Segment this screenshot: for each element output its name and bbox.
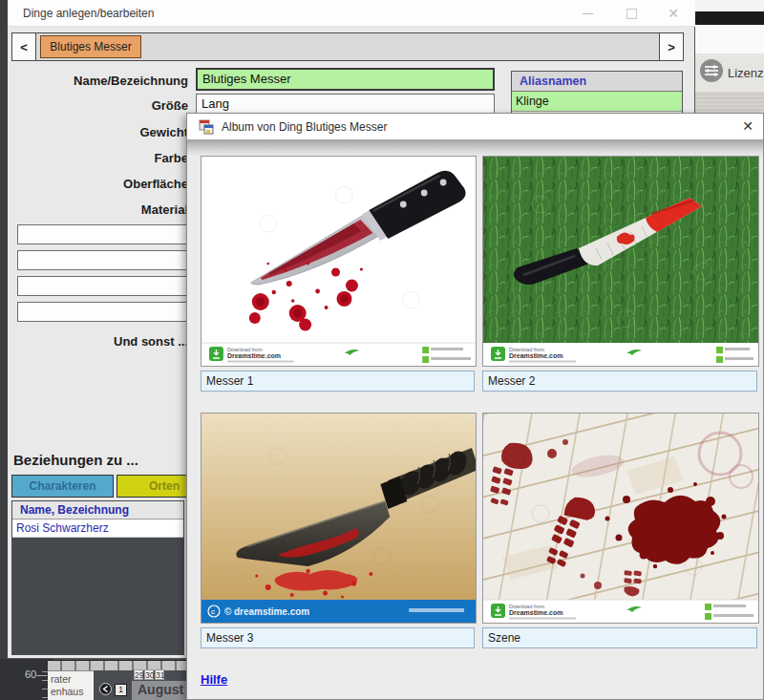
screen: Lizenz 60— rater enhaus 1 29 30 31 Augus… xyxy=(0,0,764,700)
close-button[interactable]: ✕ xyxy=(661,4,686,23)
photo-messer-3[interactable]: c © dreamstime.com xyxy=(201,413,477,624)
timeline-day[interactable]: 30 xyxy=(144,669,154,680)
alias-table: Aliasnamen Klinge xyxy=(511,71,683,116)
caption-messer-2[interactable]: Messer 2 xyxy=(482,371,757,392)
svg-text:c: c xyxy=(211,607,215,616)
minimize-icon xyxy=(583,13,593,14)
bg-strip xyxy=(695,0,764,11)
relations-heading: Beziehungen zu ... xyxy=(13,452,138,468)
timeline-item[interactable]: enhaus xyxy=(51,686,94,698)
timeline-day[interactable]: 31 xyxy=(155,669,164,680)
minimize-button[interactable] xyxy=(575,4,600,23)
timeline-day[interactable]: 29 xyxy=(134,669,143,680)
field-label-material: Material xyxy=(7,202,188,217)
timeline-page-badge[interactable]: 1 xyxy=(115,684,127,696)
record-navbar: < Blutiges Messer > xyxy=(11,32,684,61)
bg-strip xyxy=(695,25,764,53)
timeline-nav: 1 xyxy=(94,680,132,700)
maximize-button[interactable] xyxy=(619,4,644,23)
album-toolbar-gradient xyxy=(187,139,763,157)
photo-messer-1[interactable]: Download from Dreamstime.com xyxy=(201,156,477,367)
album-close-button[interactable]: ✕ xyxy=(737,117,758,136)
timeline-item[interactable]: rater xyxy=(51,673,94,686)
field-label-oberflaeche: Oberfläche xyxy=(7,177,188,191)
alias-row[interactable]: Klinge xyxy=(512,92,682,112)
wm-text: © dreamstime.com xyxy=(224,606,309,617)
hilfe-link[interactable]: Hilfe xyxy=(201,672,227,687)
current-record-button[interactable]: Blutiges Messer xyxy=(40,35,141,58)
field-label-name: Name/Bezeichnung xyxy=(7,74,188,88)
field-label-farbe: Farbe xyxy=(7,151,188,165)
caption-szene[interactable]: Szene xyxy=(482,627,757,648)
relations-table: Name, Bezeichnung Rosi Schwarzherz xyxy=(11,500,184,655)
timeline-item-list[interactable]: rater enhaus xyxy=(48,670,94,700)
timeline-ruler[interactable] xyxy=(48,660,186,670)
photo-messer-2[interactable]: Download from Dreamstime.com xyxy=(482,156,759,367)
bg-dark-bar xyxy=(695,11,764,25)
relations-table-row[interactable]: Rosi Schwarzherz xyxy=(12,520,183,538)
alias-table-header[interactable]: Aliasnamen xyxy=(512,72,682,92)
wm-text: Dreamstime.com xyxy=(227,352,281,359)
caption-messer-3[interactable]: Messer 3 xyxy=(201,627,475,648)
prev-record-button[interactable]: < xyxy=(12,33,36,60)
photo-szene[interactable]: Download from Dreamstime.com xyxy=(482,413,759,624)
timeline-month-label: August xyxy=(138,682,183,697)
field-label-gewicht: Gewicht xyxy=(7,125,188,139)
groesse-input[interactable]: Lang xyxy=(196,94,495,115)
lizenz-sliders-icon[interactable] xyxy=(699,58,724,87)
field-label-und-sonst: Und sonst ... xyxy=(7,334,188,349)
wm-text: Dreamstime.com xyxy=(509,609,562,616)
name-input[interactable]: Blutiges Messer xyxy=(196,68,495,91)
next-record-button[interactable]: > xyxy=(659,33,683,60)
lizenz-area: Lizenz xyxy=(695,53,764,92)
winforms-app-icon xyxy=(199,119,214,135)
lizenz-label[interactable]: Lizenz xyxy=(728,66,764,80)
tab-charakteren[interactable]: Charakteren xyxy=(11,475,114,498)
album-dialog-title: Album von Ding Blutiges Messer xyxy=(222,120,387,134)
wm-text: Dreamstime.com xyxy=(509,352,562,359)
maximize-icon xyxy=(626,9,637,19)
relations-table-header: Name, Bezeichnung xyxy=(12,501,183,520)
field-label-groesse: Größe xyxy=(7,98,188,113)
timeline-back-icon[interactable] xyxy=(99,682,112,699)
album-dialog-titlebar: Album von Ding Blutiges Messer xyxy=(186,113,764,139)
caption-messer-1[interactable]: Messer 1 xyxy=(201,371,475,392)
dinge-window-title: Dinge anlegen/bearbeiten xyxy=(23,7,154,20)
